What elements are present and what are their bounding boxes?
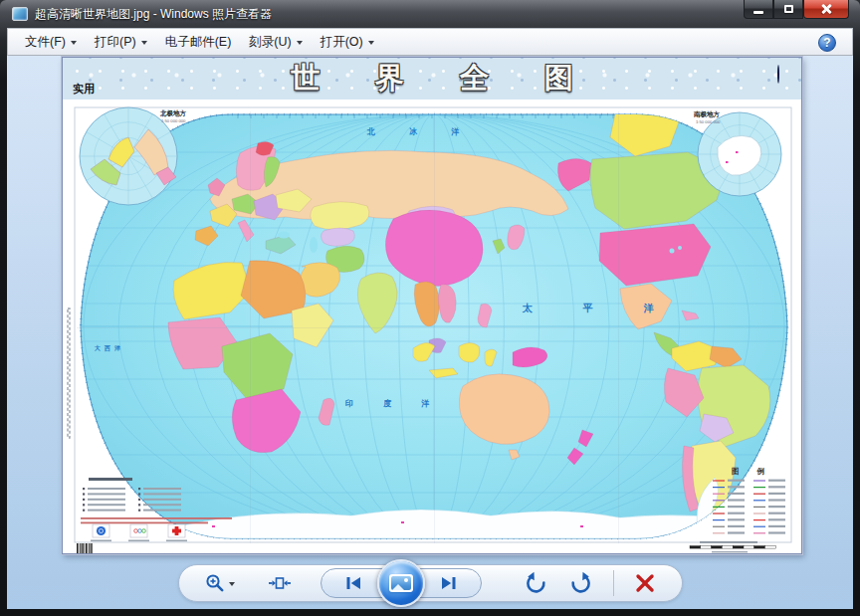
help-button[interactable]	[818, 34, 836, 52]
maximize-button[interactable]	[773, 0, 803, 19]
toolbar	[178, 564, 683, 602]
dropdown-arrow-icon	[297, 41, 303, 45]
menu-item-email[interactable]: 电子邮件(E)	[156, 31, 241, 54]
inset-north-scale: 1:50 000 000	[161, 118, 186, 123]
practical-badge: 实用	[73, 82, 95, 97]
slideshow-button[interactable]	[377, 559, 425, 607]
window-controls	[744, 0, 849, 19]
menu-item-file[interactable]: 文件(F)	[16, 31, 86, 54]
menu-label: 打印(P)	[95, 34, 136, 51]
next-icon	[437, 571, 461, 595]
menu-item-print[interactable]: 打印(P)	[86, 31, 156, 54]
toolbar-divider	[613, 570, 614, 596]
red-cross-logo	[166, 524, 187, 541]
menu-item-open[interactable]: 打开(O)	[312, 31, 383, 54]
magnifier-icon	[204, 572, 226, 594]
close-icon	[820, 3, 832, 15]
fit-to-window-button[interactable]	[263, 566, 297, 600]
publisher-logo	[777, 66, 791, 88]
viewer-canvas: 实用 世界全图	[7, 56, 853, 609]
pacific-ocean-label: 太 平 洋	[522, 303, 678, 313]
photo-world-map[interactable]: 实用 世界全图	[62, 57, 802, 554]
menu-label: 打开(O)	[321, 34, 363, 51]
toolbar-area	[7, 564, 853, 602]
minimize-button[interactable]	[744, 0, 773, 19]
slideshow-icon	[389, 574, 413, 592]
menu-label: 电子邮件(E)	[165, 34, 232, 51]
map-sheet-header: 实用 世界全图	[63, 58, 801, 100]
indian-ocean-label: 印 度 洋	[345, 398, 443, 408]
un-logo	[91, 524, 111, 541]
scale-bar	[690, 541, 775, 552]
inset-south-label: 南极地方	[693, 110, 721, 118]
rotate-clockwise-button[interactable]	[565, 566, 597, 600]
world-map-image: 北 冰 洋 太 平 洋 印 度 洋 大西洋 北极地方 1:50 000 000	[63, 100, 803, 555]
dropdown-arrow-icon	[368, 41, 374, 45]
menu-label: 刻录(U)	[249, 34, 291, 51]
zoom-button[interactable]	[199, 566, 241, 600]
legend-right-rows	[713, 480, 785, 534]
photo-viewer-window: 超高清晰世界地图.jpg - Windows 照片查看器 文件(F) 打印(P)…	[0, 0, 860, 616]
previous-icon	[341, 571, 365, 595]
barcode	[77, 543, 93, 553]
menubar: 文件(F) 打印(P) 电子邮件(E) 刻录(U) 打开(O)	[7, 28, 853, 56]
previous-button[interactable]	[321, 568, 386, 598]
inset-south-scale: 1:50 000 000	[696, 119, 721, 124]
margin-imprint-text	[68, 308, 70, 438]
legend-title: 图 例	[732, 467, 772, 476]
delete-icon	[634, 572, 656, 594]
atlantic-ocean-label: 大西洋	[94, 344, 124, 352]
map-sheet-title: 世界全图	[291, 59, 629, 99]
titlebar: 超高清晰世界地图.jpg - Windows 照片查看器	[0, 0, 860, 28]
dropdown-arrow-icon	[229, 582, 235, 586]
rotate-counterclockwise-icon	[524, 571, 547, 595]
arctic-ocean-label: 北 冰 洋	[366, 127, 475, 136]
maximize-icon	[784, 5, 793, 13]
next-button[interactable]	[416, 568, 482, 598]
delete-button[interactable]	[628, 566, 662, 600]
menu-label: 文件(F)	[25, 34, 66, 51]
minimize-icon	[753, 11, 763, 14]
rotate-counterclockwise-button[interactable]	[520, 566, 551, 600]
close-button[interactable]	[803, 0, 849, 19]
window-title: 超高清晰世界地图.jpg - Windows 照片查看器	[35, 6, 272, 23]
olympic-committee-logo	[128, 524, 149, 541]
rotate-clockwise-icon	[569, 571, 593, 595]
navigation-group	[321, 559, 482, 607]
dropdown-arrow-icon	[141, 41, 147, 45]
dropdown-arrow-icon	[71, 41, 77, 45]
app-icon	[12, 7, 28, 21]
fit-to-window-icon	[268, 571, 292, 595]
inset-north-label: 北极地方	[159, 109, 187, 117]
menu-item-burn[interactable]: 刻录(U)	[240, 31, 311, 54]
